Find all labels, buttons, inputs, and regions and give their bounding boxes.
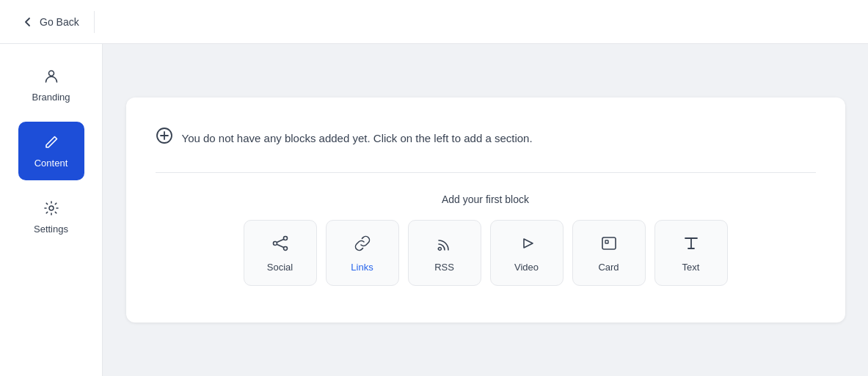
main-layout: Branding Content Settings: [0, 44, 868, 376]
svg-point-3: [283, 236, 287, 240]
block-option-text[interactable]: Text: [654, 220, 728, 286]
sidebar-item-settings[interactable]: Settings: [18, 188, 84, 246]
header-divider: [94, 11, 95, 33]
svg-point-0: [48, 70, 54, 75]
svg-rect-9: [602, 237, 616, 249]
sidebar-settings-label: Settings: [34, 224, 68, 235]
sidebar-item-branding[interactable]: Branding: [18, 56, 84, 114]
content-panel: You do not have any blocks added yet. Cl…: [126, 97, 845, 322]
section-divider: [156, 172, 816, 173]
sidebar-item-content[interactable]: Content: [18, 122, 84, 180]
person-icon: [43, 68, 59, 87]
content-area: You do not have any blocks added yet. Cl…: [103, 44, 868, 376]
block-option-rss[interactable]: RSS: [408, 220, 481, 286]
add-block-title: Add your first block: [156, 193, 816, 205]
video-icon: [517, 234, 536, 256]
go-back-button[interactable]: Go Back: [15, 12, 87, 32]
block-option-social[interactable]: Social: [244, 220, 317, 286]
gear-icon: [43, 200, 59, 219]
svg-point-4: [273, 241, 277, 245]
empty-state-text: You do not have any blocks added yet. Cl…: [182, 132, 533, 144]
go-back-label: Go Back: [40, 16, 79, 28]
block-video-label: Video: [514, 262, 539, 273]
block-options: Social Links: [156, 220, 816, 286]
add-circle-icon: [156, 127, 173, 149]
sidebar-content-label: Content: [34, 158, 68, 169]
svg-point-5: [283, 246, 287, 250]
svg-marker-8: [524, 239, 533, 248]
block-card-label: Card: [598, 262, 619, 273]
block-option-links[interactable]: Links: [326, 220, 399, 286]
block-social-label: Social: [267, 262, 293, 273]
header: Go Back: [0, 0, 868, 44]
social-icon: [271, 234, 290, 256]
pencil-icon: [43, 134, 59, 153]
svg-point-1: [49, 206, 54, 210]
card-icon: [599, 234, 619, 256]
block-text-label: Text: [682, 262, 700, 273]
sidebar: Branding Content Settings: [0, 44, 103, 376]
text-icon: [682, 234, 701, 256]
block-rss-label: RSS: [434, 262, 454, 273]
svg-line-7: [277, 244, 283, 247]
arrow-left-icon: [22, 16, 34, 28]
sidebar-branding-label: Branding: [32, 92, 70, 103]
block-option-card[interactable]: Card: [572, 220, 646, 286]
rss-icon: [435, 234, 454, 256]
block-option-video[interactable]: Video: [490, 220, 564, 286]
empty-state-message: You do not have any blocks added yet. Cl…: [156, 127, 816, 149]
svg-rect-10: [605, 240, 608, 243]
links-icon: [353, 234, 372, 256]
block-links-label: Links: [351, 262, 373, 273]
svg-line-6: [277, 239, 283, 242]
